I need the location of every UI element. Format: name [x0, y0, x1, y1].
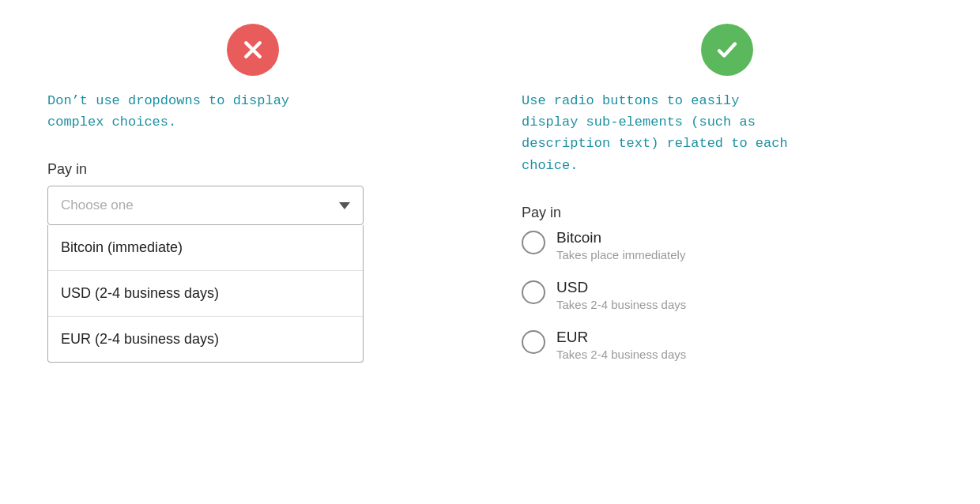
- radio-sublabel-eur: Takes 2-4 business days: [556, 348, 686, 361]
- radio-list: Bitcoin Takes place immediately USD Take…: [522, 229, 686, 361]
- radio-label-usd: USD: [556, 279, 686, 296]
- dropdown-select[interactable]: Choose one: [47, 186, 364, 225]
- good-example-icon-circle: [701, 24, 753, 76]
- dropdown-item-eur[interactable]: EUR (2-4 business days): [48, 317, 363, 362]
- radio-content-eur: EUR Takes 2-4 business days: [556, 329, 686, 361]
- right-description: Use radio buttons to easily display sub-…: [522, 90, 788, 176]
- radio-item-eur: EUR Takes 2-4 business days: [522, 329, 686, 361]
- dropdown-arrow-icon: [339, 202, 350, 209]
- radio-label-eur: EUR: [556, 329, 686, 346]
- radio-label-bitcoin: Bitcoin: [556, 229, 685, 246]
- radio-button-usd[interactable]: [522, 280, 545, 304]
- bad-example-icon-circle: [227, 24, 279, 76]
- radio-button-bitcoin[interactable]: [522, 231, 545, 254]
- dropdown-list: Bitcoin (immediate) USD (2-4 business da…: [47, 225, 364, 363]
- radio-content-usd: USD Takes 2-4 business days: [556, 279, 686, 311]
- left-panel: Don’t use dropdowns to display complex c…: [47, 24, 458, 363]
- right-pay-label: Pay in: [522, 205, 561, 221]
- radio-sublabel-bitcoin: Takes place immediately: [556, 248, 685, 261]
- dropdown-wrapper: Choose one Bitcoin (immediate) USD (2-4 …: [47, 186, 364, 363]
- right-panel: Use radio buttons to easily display sub-…: [522, 24, 933, 363]
- check-icon: [715, 38, 739, 62]
- dropdown-placeholder: Choose one: [61, 197, 134, 213]
- left-description: Don’t use dropdowns to display complex c…: [47, 90, 289, 133]
- radio-content-bitcoin: Bitcoin Takes place immediately: [556, 229, 685, 261]
- x-icon: [241, 38, 265, 62]
- main-container: Don’t use dropdowns to display complex c…: [0, 0, 980, 386]
- dropdown-item-usd[interactable]: USD (2-4 business days): [48, 271, 363, 317]
- radio-sublabel-usd: Takes 2-4 business days: [556, 298, 686, 311]
- radio-item-bitcoin: Bitcoin Takes place immediately: [522, 229, 686, 261]
- left-pay-label: Pay in: [47, 161, 87, 178]
- radio-item-usd: USD Takes 2-4 business days: [522, 279, 686, 311]
- radio-button-eur[interactable]: [522, 330, 545, 354]
- dropdown-item-bitcoin[interactable]: Bitcoin (immediate): [48, 225, 363, 271]
